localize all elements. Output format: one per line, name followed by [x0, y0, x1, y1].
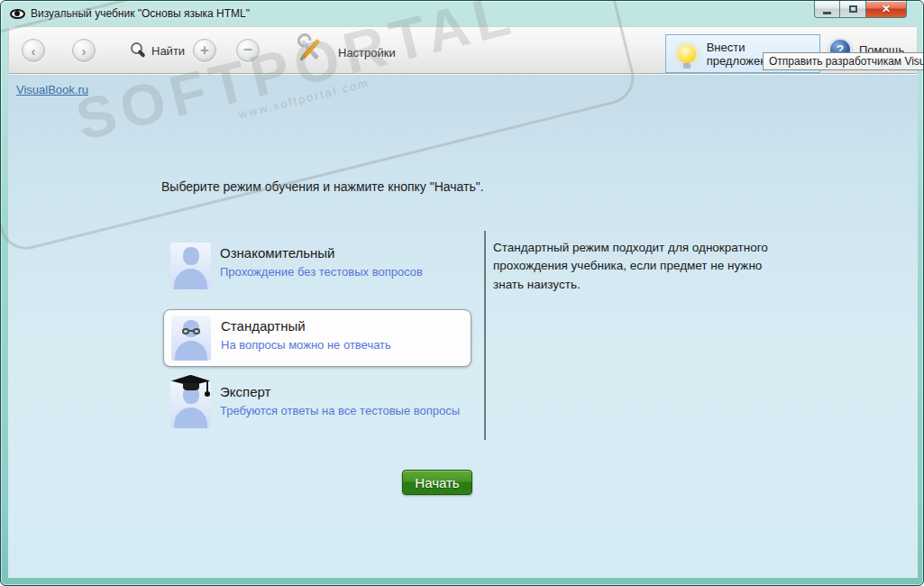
close-button[interactable]: ✕ [865, 1, 907, 18]
zoom-in-button[interactable]: + [193, 39, 216, 62]
avatar-body [174, 407, 207, 428]
avatar-body [174, 269, 207, 289]
mode-texts: Стандартный На вопросы можно не отвечать [221, 318, 391, 352]
plus-icon: + [200, 41, 209, 60]
mode-option-standartny[interactable]: Стандартный На вопросы можно не отвечать [163, 309, 471, 367]
forward-icon: › [82, 43, 87, 59]
minus-icon: − [243, 41, 252, 60]
zoom-out-button[interactable]: − [236, 39, 260, 62]
glasses-icon [182, 328, 200, 334]
titlebar: Визуальный учебник "Основы языка HTML" ✕ [1, 1, 923, 26]
app-eye-icon [10, 9, 25, 19]
mode-title: Эксперт [220, 384, 460, 399]
mode-option-oznakomitelny[interactable]: Ознакомительный Прохождение без тестовых… [163, 237, 471, 295]
close-icon: ✕ [882, 3, 891, 15]
back-button[interactable]: ‹ [22, 39, 45, 62]
maximize-icon [849, 5, 857, 13]
find-button[interactable]: Найти [130, 38, 200, 65]
visualbook-link[interactable]: VisualBook.ru [16, 83, 88, 96]
mode-option-expert[interactable]: Эксперт Требуются ответы на все тестовые… [163, 376, 471, 434]
avatar-body [175, 341, 207, 362]
mode-description: Стандартный режим подходит для однократн… [493, 239, 777, 294]
lightbulb-icon [678, 45, 696, 63]
minimize-icon [823, 12, 831, 14]
start-button[interactable]: Начать [402, 470, 472, 495]
vertical-divider [484, 231, 486, 440]
tooltip: Отправить разработчикам Visua [763, 52, 924, 70]
find-label: Найти [151, 44, 185, 58]
mode-title: Ознакомительный [220, 245, 423, 261]
forward-button[interactable]: › [72, 39, 96, 62]
content-area: VisualBook.ru Выберите режим обучения и … [8, 76, 918, 578]
graduation-cap-icon [170, 375, 211, 393]
instruction-text: Выберите режим обучения и нажмите кнопку… [161, 179, 484, 194]
tools-icon [296, 37, 325, 62]
minimize-button[interactable] [814, 1, 840, 18]
maximize-button[interactable] [840, 1, 865, 18]
avatar-head [183, 247, 199, 265]
back-icon: ‹ [32, 43, 36, 59]
window-title: Визуальный учебник "Основы языка HTML" [31, 7, 250, 20]
mode-texts: Эксперт Требуются ответы на все тестовые… [220, 384, 460, 417]
user-graduate-icon [170, 381, 211, 428]
mode-texts: Ознакомительный Прохождение без тестовых… [220, 245, 423, 279]
mode-subtitle: Прохождение без тестовых вопросов [220, 265, 423, 279]
settings-label: Настройки [338, 46, 396, 60]
mode-subtitle: Требуются ответы на все тестовые вопросы [220, 404, 460, 417]
user-glasses-icon [171, 316, 211, 361]
settings-button[interactable]: Настройки [296, 36, 395, 67]
search-icon [130, 41, 146, 58]
user-icon [170, 243, 211, 289]
app-window: Визуальный учебник "Основы языка HTML" ✕… [0, 0, 924, 586]
window-controls: ✕ [814, 1, 907, 18]
mode-subtitle: На вопросы можно не отвечать [221, 338, 391, 352]
mode-title: Стандартный [221, 318, 391, 334]
